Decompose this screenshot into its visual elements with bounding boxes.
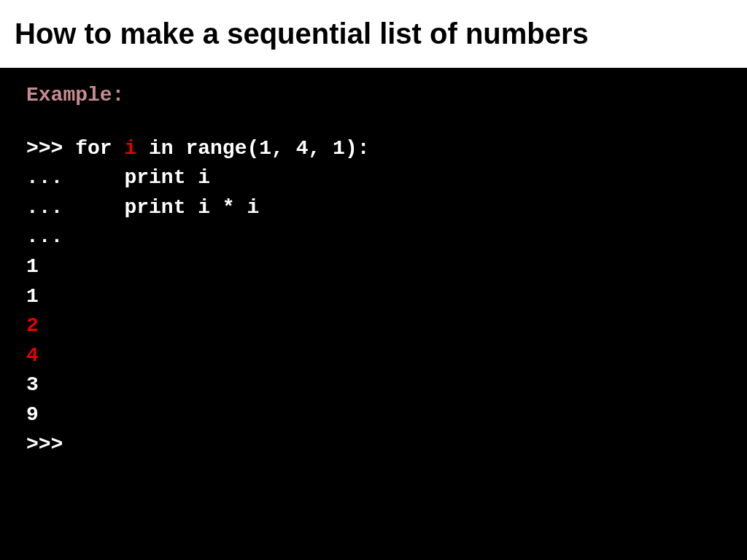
title-bar: How to make a sequential list of numbers (0, 0, 747, 68)
page-title: How to make a sequential list of numbers (15, 18, 732, 50)
code-line: ... print i * i (26, 193, 721, 223)
example-label: Example: (26, 81, 721, 111)
code-text: >>> for (26, 137, 124, 160)
output-line: 1 (26, 252, 721, 282)
loop-var-highlight: i (124, 137, 136, 160)
output-line: 3 (26, 370, 721, 400)
output-line-highlight: 4 (26, 341, 721, 371)
code-line: ... print i (26, 163, 721, 193)
code-block: Example: >>> for i in range(1, 4, 1): ..… (0, 68, 747, 472)
output-line: 9 (26, 400, 721, 430)
output-line: 1 (26, 282, 721, 312)
code-text: in range(1, 4, 1): (136, 137, 369, 160)
code-line: ... (26, 222, 721, 252)
prompt-line: >>> (26, 430, 721, 460)
code-line: >>> for i in range(1, 4, 1): (26, 134, 721, 164)
output-line-highlight: 2 (26, 311, 721, 341)
